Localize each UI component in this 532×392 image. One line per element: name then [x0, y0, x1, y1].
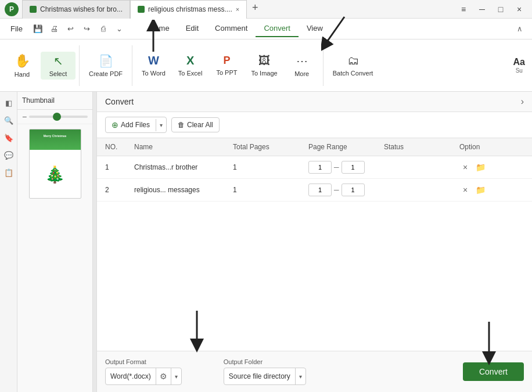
clear-all-button[interactable]: 🗑 Clear All	[171, 117, 220, 132]
more-btn[interactable]: ⌄	[112, 21, 127, 37]
to-word-button[interactable]: W To Word	[136, 52, 171, 79]
main-layout: ◧ 🔍 🔖 💬 📋 Thumbnail − Merry Christmas 🎄 …	[0, 92, 532, 392]
tab-bar: Christmas wishes for bro... religious ch…	[22, 0, 455, 19]
output-format-label: Output Format	[105, 358, 182, 365]
thumbnail-content: Merry Christmas 🎄	[30, 130, 81, 198]
more-button[interactable]: ⋯ More	[285, 52, 319, 80]
sidebar-icon-5[interactable]: 📋	[2, 166, 15, 179]
add-files-button[interactable]: ⊕ Add Files ▾	[105, 117, 167, 133]
redo-btn[interactable]: ↪	[80, 21, 95, 37]
new-tab-button[interactable]: +	[247, 0, 263, 16]
maximize-btn[interactable]: □	[493, 1, 509, 17]
row1-page-from[interactable]	[308, 161, 332, 174]
thumbnail-panel: Thumbnail − Merry Christmas 🎄	[17, 92, 93, 392]
menu-bar: File 💾 🖨 ↩ ↪ ⎙ ⌄ Home Edit Comment Conve…	[0, 19, 532, 39]
batch-convert-button[interactable]: 🗂 Batch Convert	[327, 52, 379, 79]
minimize-btn[interactable]: ─	[474, 1, 490, 17]
row1-name: Christmas...r brother	[134, 163, 233, 171]
col-no: NO.	[105, 143, 134, 151]
hand-label: Hand	[15, 71, 30, 78]
select-tool-button[interactable]: ↖ Select	[41, 52, 76, 80]
row1-page-to[interactable]	[342, 161, 365, 174]
output-folder-select[interactable]: Source file directory ▾	[224, 368, 306, 385]
to-ppt-button[interactable]: P To PPT	[209, 52, 244, 78]
select-label: Select	[49, 70, 67, 77]
to-word-label: To Word	[142, 70, 166, 77]
add-files-main[interactable]: ⊕ Add Files	[106, 117, 156, 132]
hand-tool-button[interactable]: ✋ Hand	[5, 51, 39, 80]
tab-religious[interactable]: religious christmas mess.... ×	[130, 0, 247, 19]
sidebar-icon-1[interactable]: ◧	[2, 96, 15, 109]
zoom-bar: −	[17, 110, 92, 124]
tab-edit[interactable]: Edit	[178, 20, 207, 37]
select-icon: ↖	[53, 54, 63, 68]
sidebar-icon-3[interactable]: 🔖	[2, 131, 15, 144]
to-image-button[interactable]: 🖼 To Image	[245, 52, 283, 79]
tab-home[interactable]: Home	[141, 20, 178, 37]
create-pdf-icon: 📄	[99, 54, 113, 68]
file-menu[interactable]: File	[5, 22, 28, 35]
row2-page-to[interactable]	[342, 184, 365, 196]
convert-btn-container: Convert	[463, 362, 524, 381]
print-btn[interactable]: 🖨	[47, 21, 62, 37]
output-folder-dropdown-icon[interactable]: ▾	[295, 368, 305, 384]
page-dash-icon: ─	[334, 163, 339, 171]
aa-sublabel: Su	[516, 67, 523, 74]
col-status: Status	[384, 143, 459, 151]
clear-icon: 🗑	[178, 121, 185, 129]
tab-view[interactable]: View	[299, 20, 331, 37]
sidebar-icon-4[interactable]: 💬	[2, 149, 15, 161]
convert-button[interactable]: Convert	[463, 362, 524, 381]
menu-btn[interactable]: ≡	[455, 1, 472, 17]
convert-panel-header: Convert ›	[97, 92, 532, 112]
plus-icon: ⊕	[112, 120, 118, 130]
tab-convert[interactable]: Convert	[256, 20, 299, 37]
col-name: Name	[134, 143, 233, 151]
save-btn[interactable]: 💾	[31, 21, 46, 37]
sidebar-icon-2[interactable]: 🔍	[2, 114, 15, 127]
table-row: 1 Christmas...r brother 1 ─ × 📁	[97, 156, 532, 179]
to-ppt-icon: P	[223, 55, 230, 67]
undo-btn[interactable]: ↩	[63, 21, 78, 37]
row2-delete-btn[interactable]: ×	[459, 184, 471, 196]
row1-options: × 📁	[459, 161, 517, 173]
share-btn[interactable]: ⎙	[96, 21, 111, 37]
convert-toolbar: ⊕ Add Files ▾ 🗑 Clear All	[97, 112, 532, 138]
to-image-label: To Image	[251, 70, 277, 77]
add-files-dropdown-icon[interactable]: ▾	[156, 119, 166, 131]
expand-ribbon-btn[interactable]: ∧	[512, 21, 527, 37]
thumbnail-image[interactable]: Merry Christmas 🎄	[29, 129, 81, 199]
row1-page-range: ─	[308, 161, 384, 174]
zoom-minus-icon[interactable]: −	[22, 112, 27, 121]
create-pdf-button[interactable]: 📄 Create PDF	[83, 52, 128, 80]
output-folder-group: Output Folder Source file directory ▾	[224, 358, 306, 385]
tab-close-icon[interactable]: ×	[236, 6, 239, 13]
row2-page-from[interactable]	[308, 184, 332, 196]
output-folder-label: Output Folder	[224, 358, 306, 365]
to-excel-icon: X	[186, 54, 194, 67]
to-ppt-label: To PPT	[216, 69, 237, 76]
output-format-dropdown-icon[interactable]: ▾	[171, 368, 181, 384]
to-word-icon: W	[148, 54, 159, 67]
hand-icon: ✋	[15, 53, 30, 69]
row1-delete-btn[interactable]: ×	[459, 161, 471, 173]
close-btn[interactable]: ×	[511, 1, 527, 17]
row2-folder-btn[interactable]: 📁	[475, 184, 486, 196]
convert-panel-close-btn[interactable]: ›	[521, 96, 524, 107]
ribbon-tab-bar: Home Edit Comment Convert View	[141, 20, 331, 37]
window-controls: ≡ ─ □ ×	[455, 1, 527, 17]
to-excel-button[interactable]: X To Excel	[172, 52, 209, 79]
output-format-select[interactable]: Word(*.docx) ⚙ ▾	[105, 368, 182, 385]
to-excel-label: To Excel	[178, 70, 203, 77]
table-row: 2 religious... messages 1 ─ × 📁	[97, 179, 532, 202]
tab-christmas[interactable]: Christmas wishes for bro...	[22, 0, 130, 19]
quick-access-toolbar: 💾 🖨 ↩ ↪ ⎙ ⌄	[31, 21, 127, 37]
row1-no: 1	[105, 163, 134, 171]
tab-comment[interactable]: Comment	[207, 20, 256, 37]
output-format-settings-icon[interactable]: ⚙	[156, 368, 171, 384]
zoom-slider[interactable]	[29, 116, 88, 118]
row1-folder-btn[interactable]: 📁	[475, 161, 486, 173]
batch-convert-icon: 🗂	[347, 54, 359, 67]
thumbnail-text: Merry Christmas	[44, 134, 66, 138]
zoom-thumb	[53, 113, 61, 121]
